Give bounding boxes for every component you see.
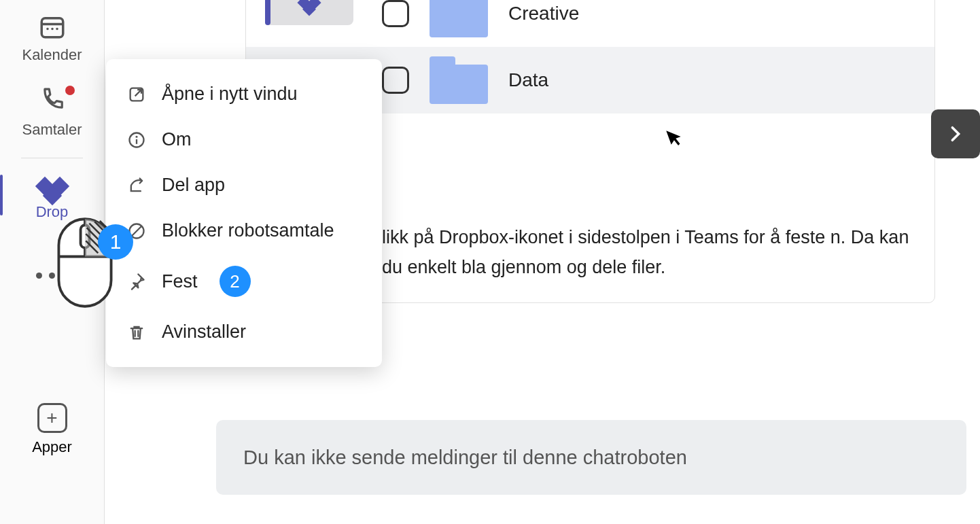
- notification-dot-icon: [65, 86, 75, 95]
- phone-icon-wrap: [39, 87, 65, 116]
- svg-point-7: [135, 135, 137, 137]
- svg-line-10: [132, 226, 141, 236]
- step-badge-1: 1: [98, 224, 133, 260]
- open-new-window-icon: [126, 84, 147, 105]
- folder-name: Data: [508, 69, 548, 91]
- sidebar-item-calendar[interactable]: Kalender: [0, 0, 104, 75]
- menu-label: Fest: [162, 271, 198, 292]
- add-app-icon: +: [37, 403, 67, 433]
- step-badge-2: 2: [220, 266, 251, 297]
- sidebar-item-apps[interactable]: + Apper: [32, 403, 72, 456]
- sidebar-item-calls[interactable]: Samtaler: [0, 75, 104, 150]
- message-input-disabled: Du kan ikke sende meldinger til denne ch…: [216, 420, 966, 495]
- folder-icon: [430, 56, 488, 104]
- checkbox[interactable]: [382, 67, 409, 94]
- dropbox-icon: [37, 179, 68, 198]
- menu-about[interactable]: Om: [106, 117, 382, 162]
- sidebar-divider: [21, 158, 84, 158]
- checkbox[interactable]: [382, 0, 409, 27]
- dot-icon: [36, 273, 42, 279]
- context-menu: Åpne i nytt vindu Om Del app Blokker rob…: [106, 59, 382, 367]
- menu-open-new-window[interactable]: Åpne i nytt vindu: [106, 71, 382, 117]
- menu-label: Åpne i nytt vindu: [162, 84, 298, 105]
- menu-label: Avinstaller: [162, 321, 246, 343]
- phone-icon: [39, 87, 65, 113]
- menu-label: Blokker robotsamtale: [162, 220, 334, 241]
- sidebar-item-label: Apper: [32, 438, 72, 456]
- chevron-right-icon: [946, 124, 965, 143]
- trash-icon: [126, 322, 147, 343]
- info-icon: [126, 130, 147, 150]
- calendar-icon: [38, 12, 67, 41]
- pin-icon: [126, 271, 147, 292]
- svg-point-4: [56, 28, 58, 31]
- menu-share-app[interactable]: Del app: [106, 162, 382, 208]
- svg-point-2: [46, 28, 49, 31]
- share-icon: [126, 175, 147, 196]
- onedrive-strip: OneDrive: [265, 0, 353, 25]
- menu-label: Om: [162, 129, 192, 150]
- mouse-right-click-overlay: 1: [54, 213, 116, 315]
- card-paragraph: likk på Dropbox-ikonet i sidestolpen i T…: [382, 222, 914, 282]
- active-stripe-icon: [265, 0, 270, 25]
- message-text: Du kan ikke sende meldinger til denne ch…: [243, 447, 687, 469]
- sidebar-item-label: Kalender: [22, 46, 82, 64]
- svg-point-3: [51, 28, 54, 31]
- sidebar-item-label: Samtaler: [22, 121, 82, 139]
- folder-icon: [430, 0, 488, 37]
- next-button[interactable]: [931, 109, 980, 158]
- menu-uninstall[interactable]: Avinstaller: [106, 309, 382, 355]
- folder-name: Creative: [508, 3, 579, 24]
- menu-block-bot[interactable]: Blokker robotsamtale: [106, 208, 382, 254]
- menu-label: Del app: [162, 175, 225, 196]
- menu-pin[interactable]: Fest 2: [106, 254, 382, 309]
- dropbox-icon: [298, 0, 320, 11]
